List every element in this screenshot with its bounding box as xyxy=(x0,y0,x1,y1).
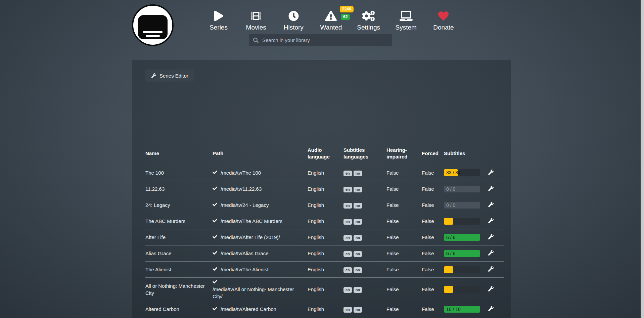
progress-fill xyxy=(444,286,453,293)
table-body: The 100 /media/tv/The 100 English enno F… xyxy=(145,165,504,318)
edit-series-button[interactable] xyxy=(488,249,494,257)
language-badge: en xyxy=(343,219,352,225)
table-row: All or Nothing: Manchester City /media/t… xyxy=(145,277,504,301)
series-path-text: /media/tv/Altered Carbon xyxy=(221,306,276,313)
nav-item-label: Movies xyxy=(246,24,266,31)
wrench-icon xyxy=(488,306,494,311)
series-name: All or Nothing: Manchester City xyxy=(145,282,213,297)
language-badge: en xyxy=(343,187,352,192)
edit-series-button[interactable] xyxy=(488,233,494,241)
nav-item-donate[interactable]: Donate xyxy=(431,10,456,31)
subtitles-languages-value: enno xyxy=(343,218,386,225)
series-path: /media/tv/The 100 xyxy=(213,169,308,176)
language-badge: no xyxy=(354,219,362,225)
warning-triangle-icon xyxy=(325,10,337,21)
subtitles-progress-bar xyxy=(444,266,480,273)
series-path-text: /media/tv/Alias Grace xyxy=(221,250,269,257)
series-editor-label: Series Editor xyxy=(159,73,188,79)
hearing-impaired-value: False xyxy=(386,250,422,257)
subtitles-languages-value: enno xyxy=(343,250,386,257)
edit-series-button[interactable] xyxy=(488,169,494,177)
subtitles-progress-bar: 6 / 6 xyxy=(444,250,480,257)
check-icon xyxy=(213,266,217,273)
subtitles-languages-value: enno xyxy=(343,306,386,313)
gears-icon xyxy=(362,10,375,21)
series-path: /media/tv/The Alienist xyxy=(213,266,308,273)
nav-item-system[interactable]: System xyxy=(394,10,418,31)
language-badge: no xyxy=(354,187,362,192)
audio-language-value: English xyxy=(308,250,343,257)
nav-item-settings[interactable]: Settings xyxy=(357,10,381,31)
table-row: After Life /media/tv/After Life (2019)/ … xyxy=(145,229,504,245)
nav-item-movies[interactable]: Movies xyxy=(244,10,268,31)
forced-value: False xyxy=(422,306,444,313)
logo-subtitle-line xyxy=(143,31,163,33)
nav-item-wanted[interactable]: 224662Wanted xyxy=(319,10,343,31)
series-name: After Life xyxy=(145,234,213,241)
search-box xyxy=(249,34,392,46)
hearing-impaired-value: False xyxy=(386,286,422,293)
logo-subtitle-screen xyxy=(138,15,168,39)
language-badge: en xyxy=(343,287,352,293)
edit-series-button[interactable] xyxy=(488,305,494,313)
search-input[interactable] xyxy=(262,37,387,43)
wrench-icon xyxy=(488,286,494,291)
search-icon xyxy=(253,38,259,43)
series-path: /media/tv/11.22.63 xyxy=(213,185,308,192)
series-path: /media/tv/Altered Carbon xyxy=(213,306,308,313)
series-path-text: /media/tv/The 100 xyxy=(221,169,261,176)
series-path: /media/tv/After Life (2019)/ xyxy=(213,234,308,241)
series-name: The Alienist xyxy=(145,266,213,273)
wrench-icon xyxy=(488,202,494,207)
progress-label: 10 / 10 xyxy=(446,306,461,313)
nav-item-label: Series xyxy=(210,24,228,31)
wrench-icon xyxy=(488,186,494,191)
nav-item-label: Settings xyxy=(357,24,380,31)
edit-series-button[interactable] xyxy=(488,217,494,225)
audio-language-value: English xyxy=(308,266,343,273)
subtitles-progress-bar xyxy=(444,286,480,293)
series-path-text: /media/tv/The Alienist xyxy=(221,266,269,273)
subtitles-languages-value: enno xyxy=(343,169,386,176)
clock-icon xyxy=(288,10,299,21)
subtitles-languages-value: enno xyxy=(343,266,386,273)
audio-language-value: English xyxy=(308,218,343,225)
wanted-count-badge: 2246 xyxy=(340,6,354,12)
bazarr-logo[interactable] xyxy=(132,4,174,46)
check-icon xyxy=(213,201,217,209)
vertical-scrollbar[interactable] xyxy=(641,0,644,318)
audio-language-value: English xyxy=(308,286,343,293)
laptop-icon xyxy=(400,10,413,21)
language-badge: en xyxy=(343,251,352,257)
series-editor-button[interactable]: Series Editor xyxy=(145,70,194,82)
edit-series-button[interactable] xyxy=(488,185,494,193)
check-icon xyxy=(213,218,217,225)
progress-label: 6 / 6 xyxy=(446,234,455,241)
check-icon xyxy=(213,306,217,313)
language-badge: en xyxy=(343,235,352,241)
language-badge: en xyxy=(343,171,352,176)
subtitles-progress-bar: 6 / 6 xyxy=(444,234,480,241)
hearing-impaired-value: False xyxy=(386,185,422,192)
logo-subtitle-line xyxy=(146,35,160,37)
table-row: 11.22.63 /media/tv/11.22.63 English enno… xyxy=(145,181,504,197)
nav-item-series[interactable]: Series xyxy=(206,10,231,31)
nav-item-label: System xyxy=(396,24,417,31)
edit-series-button[interactable] xyxy=(488,201,494,209)
table-row: The ABC Murders /media/tv/The ABC Murder… xyxy=(145,213,504,229)
progress-label: 0 / 0 xyxy=(446,185,455,192)
language-badge: no xyxy=(354,287,362,293)
check-icon xyxy=(213,234,217,241)
wrench-icon xyxy=(488,250,494,256)
progress-label: 6 / 6 xyxy=(446,250,455,257)
language-badge: no xyxy=(354,203,362,209)
subtitles-progress-bar: 0 / 0 xyxy=(444,202,480,209)
edit-series-button[interactable] xyxy=(488,266,494,273)
progress-label: 33 / 84 xyxy=(446,169,461,176)
hearing-impaired-value: False xyxy=(386,201,422,209)
nav-item-history[interactable]: History xyxy=(281,10,306,31)
edit-series-button[interactable] xyxy=(488,285,494,293)
header-subtitles-languages: Subtitles languages xyxy=(343,147,386,160)
audio-language-value: English xyxy=(308,185,343,192)
series-name: The ABC Murders xyxy=(145,218,213,225)
